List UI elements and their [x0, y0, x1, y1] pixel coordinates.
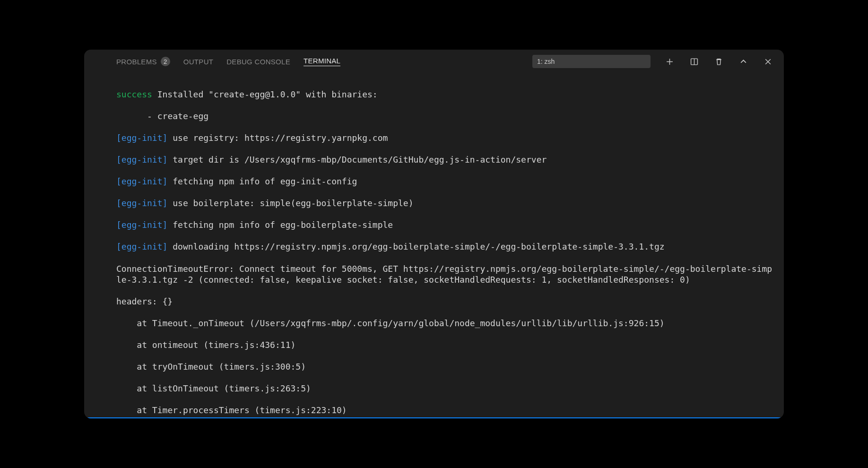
maximize-panel-button[interactable] [738, 56, 749, 67]
egg-init-tag: [egg-init] [116, 176, 167, 186]
new-terminal-button[interactable] [664, 56, 675, 67]
egg-init-tag: [egg-init] [116, 220, 167, 230]
panel-tabbar: PROBLEMS 2 OUTPUT DEBUG CONSOLE TERMINAL… [84, 50, 784, 73]
text: Installed "create-egg@1.0.0" with binari… [152, 89, 378, 99]
stack-line: at Timer.processTimers (timers.js:223:10… [116, 405, 773, 416]
egg-init-tag: [egg-init] [116, 242, 167, 251]
stack-line: at Timeout._onTimeout (/Users/xgqfrms-mb… [116, 318, 773, 329]
tab-problems[interactable]: PROBLEMS 2 [116, 57, 170, 66]
tab-terminal[interactable]: TERMINAL [304, 57, 340, 66]
success-label: success [116, 89, 152, 99]
text: - create-egg [116, 111, 773, 121]
terminal-panel-window: PROBLEMS 2 OUTPUT DEBUG CONSOLE TERMINAL… [84, 50, 784, 418]
terminal-select-value: 1: zsh [537, 58, 555, 65]
text: headers: {} [116, 296, 773, 307]
tab-output[interactable]: OUTPUT [183, 58, 213, 66]
tab-debug-console[interactable]: DEBUG CONSOLE [226, 58, 290, 66]
stack-line: at tryOnTimeout (timers.js:300:5) [116, 361, 773, 372]
egg-init-tag: [egg-init] [116, 198, 167, 208]
text: fetching npm info of egg-boilerplate-sim… [167, 220, 393, 230]
text: target dir is /Users/xgqfrms-mbp/Documen… [167, 155, 547, 165]
close-panel-button[interactable] [762, 56, 773, 67]
tab-problems-label: PROBLEMS [116, 58, 157, 66]
terminal-output[interactable]: success Installed "create-egg@1.0.0" wit… [84, 73, 784, 417]
terminal-select-dropdown[interactable]: 1: zsh [532, 55, 651, 68]
kill-terminal-button[interactable] [713, 56, 724, 67]
stack-line: at ontimeout (timers.js:436:11) [116, 339, 773, 350]
split-terminal-button[interactable] [688, 56, 700, 67]
text: fetching npm info of egg-init-config [167, 176, 357, 186]
error-text: ConnectionTimeoutError: Connect timeout … [116, 263, 773, 285]
stack-line: at listOnTimeout (timers.js:263:5) [116, 383, 773, 394]
problems-count-badge: 2 [161, 57, 170, 66]
egg-init-tag: [egg-init] [116, 155, 167, 165]
text: use boilerplate: simple(egg-boilerplate-… [167, 198, 413, 208]
focus-border [84, 417, 784, 418]
text: downloading https://registry.npmjs.org/e… [167, 242, 664, 251]
egg-init-tag: [egg-init] [116, 133, 167, 143]
text: use registry: https://registry.yarnpkg.c… [167, 133, 388, 143]
